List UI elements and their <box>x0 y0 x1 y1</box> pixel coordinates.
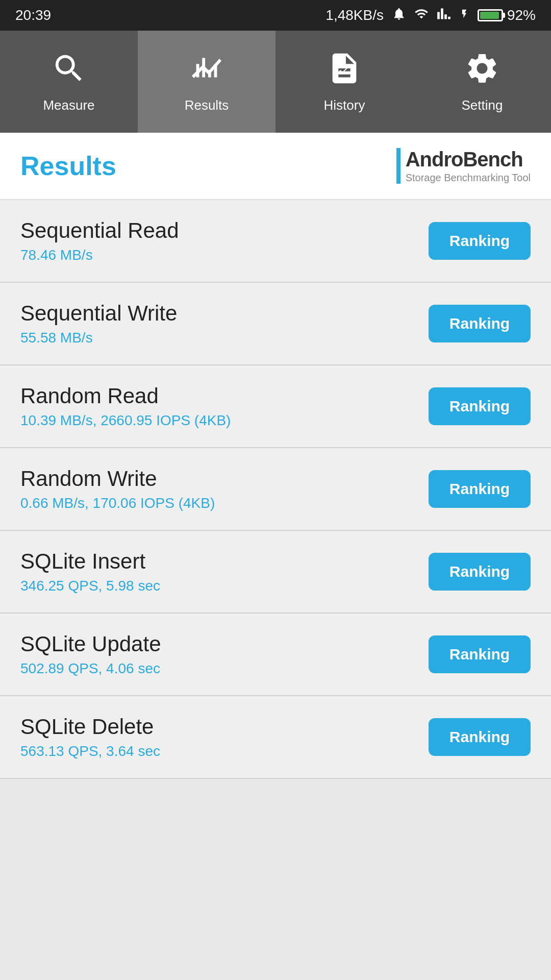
wifi-icon <box>414 7 429 24</box>
brand-bar-decoration <box>396 148 400 184</box>
nav-label-measure: Measure <box>43 97 94 113</box>
result-item: SQLite Insert 346.25 QPS, 5.98 sec Ranki… <box>0 531 551 614</box>
result-value: 563.13 QPS, 3.64 sec <box>20 743 429 760</box>
signal-icon <box>437 7 451 24</box>
search-icon <box>51 51 87 91</box>
page-header: Results AndroBench Storage Benchmarking … <box>0 133 551 200</box>
result-name: Random Write <box>20 467 429 491</box>
result-info: SQLite Insert 346.25 QPS, 5.98 sec <box>20 549 429 594</box>
ranking-button[interactable]: Ranking <box>429 470 531 508</box>
result-item: Sequential Write 55.58 MB/s Ranking <box>0 283 551 365</box>
result-info: Random Read 10.39 MB/s, 2660.95 IOPS (4K… <box>20 384 429 429</box>
nav-item-results[interactable]: Results <box>138 31 276 133</box>
result-name: Random Read <box>20 384 429 408</box>
ranking-button[interactable]: Ranking <box>429 222 531 260</box>
page-title: Results <box>20 151 116 181</box>
result-name: SQLite Update <box>20 632 429 656</box>
result-info: SQLite Update 502.89 QPS, 4.06 sec <box>20 632 429 677</box>
battery-container: 92% <box>478 7 536 23</box>
result-info: SQLite Delete 563.13 QPS, 3.64 sec <box>20 715 429 760</box>
result-value: 502.89 QPS, 4.06 sec <box>20 660 429 677</box>
ranking-button[interactable]: Ranking <box>429 635 531 673</box>
result-name: SQLite Insert <box>20 549 429 574</box>
battery-icon <box>478 9 503 21</box>
result-value: 346.25 QPS, 5.98 sec <box>20 578 429 594</box>
brand-name: AndroBench <box>406 148 531 171</box>
results-list: Sequential Read 78.46 MB/s Ranking Seque… <box>0 200 551 779</box>
result-value: 78.46 MB/s <box>20 247 429 263</box>
status-time: 20:39 <box>15 7 51 23</box>
alarm-icon <box>392 7 406 24</box>
nav-label-results: Results <box>185 97 229 113</box>
battery-fill <box>480 12 499 19</box>
ranking-button[interactable]: Ranking <box>429 387 531 425</box>
brand-logo: AndroBench Storage Benchmarking Tool <box>396 148 531 184</box>
status-right: 1,48KB/s 92% <box>325 7 536 24</box>
ranking-button[interactable]: Ranking <box>429 553 531 591</box>
result-item: SQLite Delete 563.13 QPS, 3.64 sec Ranki… <box>0 696 551 779</box>
result-name: SQLite Delete <box>20 715 429 739</box>
chart-icon <box>189 51 224 91</box>
nav-item-history[interactable]: History <box>276 31 413 133</box>
result-item: Random Read 10.39 MB/s, 2660.95 IOPS (4K… <box>0 365 551 448</box>
ranking-button[interactable]: Ranking <box>429 718 531 756</box>
result-info: Random Write 0.66 MB/s, 170.06 IOPS (4KB… <box>20 467 429 511</box>
ranking-button[interactable]: Ranking <box>429 305 531 342</box>
brand-text: AndroBench Storage Benchmarking Tool <box>406 148 531 184</box>
charging-icon <box>459 7 469 24</box>
result-item: Sequential Read 78.46 MB/s Ranking <box>0 200 551 283</box>
gear-icon <box>464 51 500 91</box>
result-item: Random Write 0.66 MB/s, 170.06 IOPS (4KB… <box>0 448 551 531</box>
battery-percent: 92% <box>507 7 536 23</box>
nav-item-measure[interactable]: Measure <box>0 31 138 133</box>
result-value: 10.39 MB/s, 2660.95 IOPS (4KB) <box>20 412 429 429</box>
brand-subtitle: Storage Benchmarking Tool <box>406 172 531 184</box>
nav-label-history: History <box>324 97 365 113</box>
result-info: Sequential Write 55.58 MB/s <box>20 301 429 346</box>
document-icon <box>327 51 362 91</box>
nav-bar: Measure Results History Setting <box>0 31 551 133</box>
network-speed: 1,48KB/s <box>325 7 384 23</box>
result-value: 0.66 MB/s, 170.06 IOPS (4KB) <box>20 495 429 511</box>
result-value: 55.58 MB/s <box>20 330 429 346</box>
nav-label-setting: Setting <box>462 97 503 113</box>
nav-item-setting[interactable]: Setting <box>413 31 551 133</box>
status-bar: 20:39 1,48KB/s <box>0 0 551 31</box>
result-name: Sequential Read <box>20 218 429 243</box>
result-item: SQLite Update 502.89 QPS, 4.06 sec Ranki… <box>0 614 551 696</box>
result-name: Sequential Write <box>20 301 429 326</box>
result-info: Sequential Read 78.46 MB/s <box>20 218 429 263</box>
